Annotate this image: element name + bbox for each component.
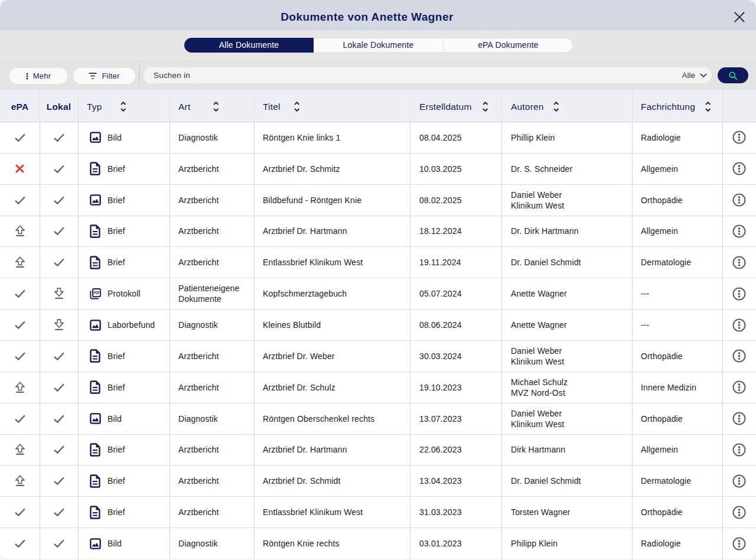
svg-text:PDF: PDF: [94, 291, 100, 295]
